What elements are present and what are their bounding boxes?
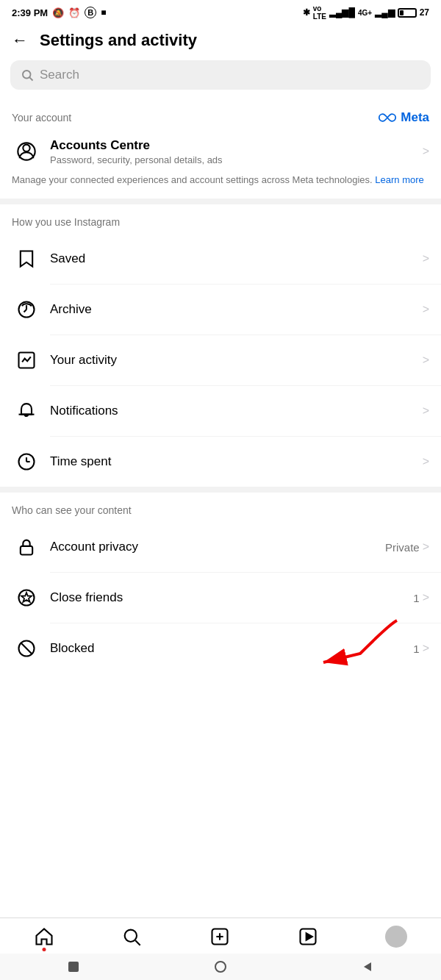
search-bar-wrap: Search (0, 60, 441, 99)
svg-marker-25 (364, 962, 371, 971)
search-bar[interactable]: Search (10, 60, 431, 90)
how-you-use-section: Saved > Archive > (0, 234, 441, 487)
notifications-item[interactable]: Notifications > (0, 386, 441, 436)
svg-point-0 (23, 71, 31, 79)
svg-point-2 (23, 145, 29, 151)
reels-icon (298, 926, 318, 947)
saved-chevron: > (423, 252, 429, 265)
page-title: Settings and activity (40, 31, 197, 50)
who-can-see-label: Who can see your content (0, 493, 441, 522)
status-right: ✱ voLTE ▂▄▆█ 4G+ ▂▄▆ 27 (303, 4, 429, 21)
how-you-use-label: How you use Instagram (0, 204, 441, 234)
search-icon (21, 68, 34, 82)
profile-avatar (385, 926, 407, 948)
svg-line-15 (21, 643, 32, 654)
android-circle-icon (213, 959, 228, 974)
svg-marker-22 (306, 933, 312, 940)
accounts-centre-icon (12, 137, 41, 166)
manage-text: Manage your connected experiences and ac… (12, 171, 429, 188)
signal-bars: ▂▄▆█ (329, 7, 355, 18)
network-icon: voLTE (313, 4, 326, 21)
section-divider-2 (0, 487, 441, 493)
lock-icon (12, 532, 41, 562)
bluetooth-icon: ✱ (303, 7, 310, 18)
back-button[interactable]: ← (12, 31, 28, 50)
notifications-title: Notifications (50, 404, 423, 418)
activity-title: Your activity (50, 353, 423, 368)
accounts-centre-block: Accounts Centre Password, security, pers… (0, 131, 441, 198)
account-privacy-chevron: > (423, 540, 429, 554)
accounts-centre-title: Accounts Centre (50, 138, 423, 153)
blocked-title: Blocked (50, 641, 413, 656)
archive-chevron: > (423, 303, 429, 316)
time-spent-title: Time spent (50, 454, 423, 469)
accounts-centre-sub: Password, security, personal details, ad… (50, 154, 423, 165)
svg-line-1 (29, 77, 32, 80)
section-divider-1 (0, 198, 441, 204)
svg-point-16 (125, 930, 137, 942)
nav-profile[interactable] (385, 926, 407, 948)
time: 2:39 PM (12, 7, 48, 18)
android-nav (0, 954, 441, 980)
clock-icon (12, 447, 41, 476)
archive-icon (12, 295, 41, 324)
battery-level: 27 (420, 7, 429, 18)
meta-logo: Meta (377, 110, 429, 125)
meta-label: Meta (401, 110, 429, 125)
time-spent-chevron: > (423, 455, 429, 468)
bookmark-icon (12, 244, 41, 273)
search-nav-icon (121, 926, 142, 947)
account-privacy-value: Private (385, 541, 420, 554)
signal2-bars: ▂▄▆ (375, 7, 395, 18)
svg-point-24 (215, 962, 226, 972)
accounts-centre-chevron: > (423, 145, 429, 158)
android-back[interactable] (359, 958, 376, 976)
activity-icon (12, 346, 41, 375)
nav-home[interactable] (34, 926, 54, 947)
b-icon: B (85, 7, 96, 18)
saved-title: Saved (50, 251, 423, 266)
home-dot (42, 948, 46, 951)
header: ← Settings and activity (0, 24, 441, 60)
mute-icon: 🔕 (52, 7, 64, 18)
android-square[interactable] (65, 958, 82, 976)
your-activity-item[interactable]: Your activity > (0, 335, 441, 385)
search-placeholder: Search (40, 68, 79, 82)
close-friends-value: 1 (413, 592, 419, 604)
svg-rect-23 (68, 962, 79, 972)
nav-reels[interactable] (298, 926, 318, 947)
nav-add[interactable] (209, 926, 230, 947)
time-spent-item[interactable]: Time spent > (0, 437, 441, 487)
home-icon (34, 926, 54, 947)
learn-more-link[interactable]: Learn more (375, 174, 423, 185)
network2-icon: 4G+ (358, 9, 372, 17)
account-privacy-title: Account privacy (50, 540, 385, 554)
close-friends-chevron: > (423, 591, 429, 604)
battery-icon (398, 8, 417, 18)
square-icon: ■ (101, 7, 106, 18)
svg-line-17 (136, 940, 140, 945)
blocked-chevron: > (423, 642, 429, 655)
android-circle[interactable] (212, 958, 229, 976)
android-square-icon (66, 959, 81, 974)
meta-infinity-icon (377, 111, 398, 124)
close-friends-title: Close friends (50, 590, 413, 605)
accounts-centre-row[interactable]: Accounts Centre Password, security, pers… (12, 131, 429, 171)
account-privacy-item[interactable]: Account privacy Private > (0, 522, 441, 572)
your-account-label: Your account Meta (0, 99, 441, 131)
status-bar: 2:39 PM 🔕 ⏰ B ■ ✱ voLTE ▂▄▆█ 4G+ ▂▄▆ 27 (0, 0, 441, 24)
activity-chevron: > (423, 354, 429, 367)
blocked-value: 1 (413, 643, 419, 655)
archive-item[interactable]: Archive > (0, 285, 441, 335)
blocked-item[interactable]: Blocked 1 > (0, 623, 441, 673)
saved-item[interactable]: Saved > (0, 234, 441, 284)
nav-search[interactable] (121, 926, 142, 947)
block-icon (12, 634, 41, 663)
close-friends-item[interactable]: Close friends 1 > (0, 573, 441, 623)
add-icon (209, 926, 230, 947)
bell-icon (12, 396, 41, 426)
notifications-chevron: > (423, 404, 429, 418)
svg-rect-10 (21, 546, 32, 555)
who-can-see-section: Account privacy Private > Close friends … (0, 522, 441, 673)
android-back-icon (360, 959, 375, 974)
